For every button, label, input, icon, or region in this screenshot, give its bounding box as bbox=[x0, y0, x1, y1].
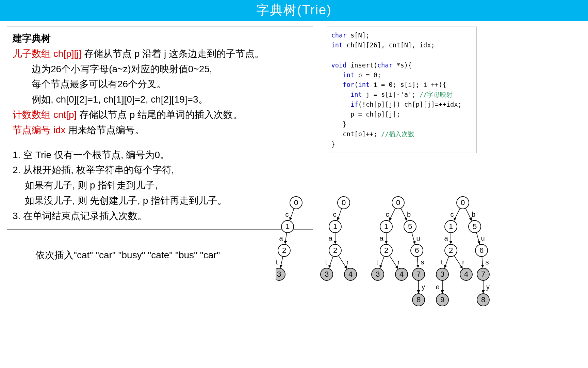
svg-text:0: 0 bbox=[342, 198, 346, 207]
svg-line-14 bbox=[338, 209, 342, 220]
code-token: } bbox=[343, 121, 346, 128]
svg-text:t: t bbox=[276, 258, 278, 266]
code-token: char bbox=[331, 32, 347, 39]
svg-text:0: 0 bbox=[294, 198, 298, 207]
svg-text:c: c bbox=[333, 211, 337, 218]
svg-line-34 bbox=[401, 208, 407, 220]
list-item: 3. 在单词结束点记录插入次数。 bbox=[13, 209, 307, 224]
code-token: int bbox=[331, 42, 343, 49]
svg-text:t: t bbox=[441, 258, 443, 266]
svg-line-74 bbox=[445, 256, 449, 268]
svg-text:7: 7 bbox=[481, 270, 485, 278]
svg-text:t: t bbox=[325, 258, 327, 266]
svg-text:y: y bbox=[486, 283, 490, 291]
svg-line-32 bbox=[389, 208, 395, 220]
svg-text:3: 3 bbox=[277, 270, 281, 278]
text: 每个节点最多可以有26个分叉。 bbox=[13, 77, 307, 92]
code-token: if bbox=[350, 101, 358, 108]
svg-text:a: a bbox=[444, 234, 448, 242]
svg-line-4 bbox=[280, 257, 283, 268]
svg-line-78 bbox=[482, 257, 483, 267]
code-token: *s){ bbox=[393, 61, 412, 69]
code-token: char bbox=[377, 61, 393, 69]
code-token: int bbox=[350, 91, 362, 98]
svg-text:2: 2 bbox=[282, 246, 286, 255]
svg-line-66 bbox=[454, 208, 460, 220]
code-token: ( bbox=[354, 81, 358, 89]
code-token: s[N]; bbox=[347, 32, 370, 39]
code-token: insert( bbox=[347, 61, 377, 69]
svg-text:1: 1 bbox=[285, 222, 290, 231]
svg-text:8: 8 bbox=[481, 295, 485, 304]
svg-line-18 bbox=[329, 256, 333, 268]
svg-text:y: y bbox=[422, 283, 425, 291]
svg-text:c: c bbox=[386, 211, 389, 218]
section-heading: 建字典树 bbox=[13, 33, 51, 44]
code-indent bbox=[331, 131, 343, 138]
svg-text:4: 4 bbox=[399, 270, 404, 278]
text: 边为26个小写字母(a~z)对应的映射值0~25, bbox=[13, 62, 307, 77]
code-token: ch[N][26], cnt[N], idx; bbox=[343, 42, 435, 49]
code-token: j = s[i]-'a'; bbox=[362, 91, 420, 98]
svg-text:6: 6 bbox=[479, 246, 484, 255]
list-item: 如果没儿子, 则 先创建儿子, p 指针再走到儿子。 bbox=[13, 193, 307, 209]
svg-text:4: 4 bbox=[464, 270, 468, 278]
svg-text:7: 7 bbox=[416, 270, 421, 278]
svg-text:b: b bbox=[472, 211, 475, 218]
svg-line-40 bbox=[380, 256, 384, 268]
svg-text:1: 1 bbox=[333, 222, 337, 231]
insert-sequence: 依次插入"cat" "car" "busy" "cate" "bus" "car… bbox=[35, 249, 220, 262]
list-item: 如果有儿子, 则 p 指针走到儿子, bbox=[13, 178, 307, 193]
code-token: (!ch[p][j]) ch[p][j]=++idx; bbox=[358, 101, 461, 108]
svg-text:6: 6 bbox=[415, 246, 419, 255]
svg-text:r: r bbox=[462, 258, 464, 266]
svg-line-2 bbox=[285, 233, 287, 244]
code-token: int bbox=[343, 71, 354, 79]
code-token: } bbox=[331, 139, 472, 149]
text: 存储以节点 p 结尾的单词的插入次数。 bbox=[77, 109, 242, 120]
text-count-array: 计数数组 cnt[p] bbox=[13, 109, 77, 120]
svg-text:c: c bbox=[451, 211, 454, 218]
code-token: int bbox=[358, 81, 370, 89]
svg-text:8: 8 bbox=[416, 295, 421, 304]
code-comment: //字母映射 bbox=[420, 91, 453, 98]
svg-text:2: 2 bbox=[449, 246, 453, 255]
svg-line-38 bbox=[412, 232, 415, 244]
list-item: 1. 空 Trie 仅有一个根节点, 编号为0。 bbox=[13, 148, 307, 163]
code-token: i = 0; s[i]; i ++){ bbox=[370, 81, 446, 89]
svg-line-20 bbox=[339, 256, 347, 269]
svg-text:4: 4 bbox=[348, 270, 353, 278]
text: 用来给节点编号。 bbox=[66, 125, 145, 135]
svg-text:a: a bbox=[328, 234, 332, 242]
code-token: for bbox=[343, 81, 354, 89]
text-child-array: 儿子数组 ch[p][j] bbox=[13, 48, 81, 59]
svg-text:2: 2 bbox=[333, 246, 337, 255]
svg-text:3: 3 bbox=[325, 270, 329, 278]
page-title: 字典树(Trie) bbox=[0, 0, 588, 21]
code-indent bbox=[331, 91, 350, 98]
code-indent bbox=[331, 71, 343, 79]
svg-line-44 bbox=[417, 257, 418, 267]
svg-text:s: s bbox=[486, 258, 489, 266]
svg-line-76 bbox=[454, 256, 462, 269]
svg-line-68 bbox=[466, 208, 472, 220]
svg-text:3: 3 bbox=[376, 270, 380, 278]
svg-text:1: 1 bbox=[449, 222, 453, 231]
svg-text:u: u bbox=[416, 234, 420, 242]
svg-line-42 bbox=[390, 256, 398, 269]
code-block: char s[N]; int ch[N][26], cnt[N], idx; v… bbox=[327, 27, 477, 153]
svg-text:t: t bbox=[376, 258, 378, 266]
svg-line-72 bbox=[476, 232, 480, 244]
text: 存储从节点 p 沿着 j 这条边走到的子节点。 bbox=[81, 48, 264, 59]
svg-text:r: r bbox=[346, 258, 349, 266]
svg-line-0 bbox=[290, 209, 294, 220]
svg-text:r: r bbox=[397, 258, 400, 266]
svg-text:2: 2 bbox=[384, 246, 388, 255]
code-token: cnt[p]++; bbox=[343, 131, 381, 138]
svg-text:e: e bbox=[436, 283, 439, 291]
svg-text:5: 5 bbox=[473, 222, 477, 231]
text-idx: 节点编号 idx bbox=[13, 125, 66, 135]
code-indent bbox=[331, 121, 343, 128]
code-token: void bbox=[331, 61, 347, 69]
code-indent bbox=[331, 81, 343, 89]
